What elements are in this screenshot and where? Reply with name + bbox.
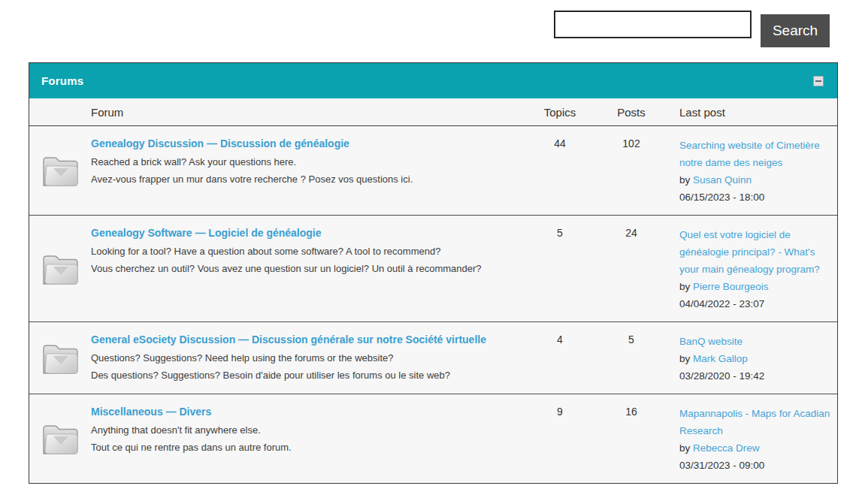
author-link[interactable]: Pierre Bourgeois [693,281,769,292]
column-header-last-post: Last post [668,106,837,119]
forum-description-en: Reached a brick wall? Ask your questions… [91,153,518,171]
search-bar: Search [554,11,830,47]
last-post-cell: Quel est votre logiciel de généalogie pr… [668,226,837,312]
last-post-cell: Mapannapolis - Maps for Acadian Research… [668,405,837,474]
by-label: by [679,174,690,186]
forum-description-fr: Avez-vous frapper un mur dans votre rech… [91,171,518,188]
search-button[interactable]: Search [761,14,830,47]
collapse-icon[interactable] [813,76,824,86]
forum-cell: Miscellaneous — Divers Anything that doe… [91,405,525,474]
column-header-topics: Topics [525,106,594,119]
author-link[interactable]: Susan Quinn [693,174,752,186]
forum-link[interactable]: Miscellaneous — Divers [91,406,211,418]
last-post-cell: Searching website of Cimetière notre dam… [668,137,837,206]
posts-count: 102 [594,137,668,206]
search-input[interactable] [554,11,752,38]
last-post-date: 03/28/2020 - 19:42 [679,367,836,385]
author-link[interactable]: Rebecca Drew [693,442,760,454]
folder-icon [29,226,91,312]
last-post-author-line: by Rebecca Drew [679,439,836,457]
forum-description-fr: Tout ce qui ne rentre pas dans un autre … [91,439,518,456]
panel-title: Forums [41,74,83,87]
last-post-date: 03/31/2023 - 09:00 [679,457,836,474]
posts-count: 16 [594,405,668,474]
forum-description-en: Looking for a tool? Have a question abou… [91,243,518,260]
column-header-forum: Forum [91,106,525,119]
forum-cell: General eSociety Discussion — Discussion… [91,333,525,385]
topics-count: 5 [525,226,594,312]
by-label: by [679,281,690,292]
forums-panel: Forums Forum Topics Posts Last post Gene… [29,62,838,484]
forum-link[interactable]: Genealogy Discussion — Discussion de gén… [91,137,349,149]
forum-description-en: Anything that doesn't fit anywhere else. [91,421,518,439]
forum-description-en: Questions? Suggestions? Need help using … [91,349,518,367]
forum-description-fr: Vous cherchez un outil? Vous avez une qu… [91,260,518,277]
topics-count: 4 [525,333,594,385]
folder-icon [29,333,91,385]
last-post-link[interactable]: Searching website of Cimetière notre dam… [679,140,820,168]
last-post-link[interactable]: BanQ website [679,336,743,347]
folder-icon [29,405,91,474]
last-post-date: 04/04/2022 - 23:07 [679,295,836,312]
forum-link[interactable]: General eSociety Discussion — Discussion… [91,333,486,346]
forum-cell: Genealogy Discussion — Discussion de gén… [91,137,525,206]
forum-cell: Genealogy Software — Logiciel de généalo… [91,226,525,312]
forums-panel-header: Forums [29,63,837,98]
posts-count: 24 [594,226,668,312]
folder-icon [29,137,91,206]
last-post-cell: BanQ website by Mark Gallop 03/28/2020 -… [668,333,837,385]
by-label: by [679,442,690,454]
forum-link[interactable]: Genealogy Software — Logiciel de généalo… [91,227,322,239]
last-post-link[interactable]: Mapannapolis - Maps for Acadian Research [679,408,830,436]
last-post-author-line: by Susan Quinn [679,171,836,189]
table-header-row: Forum Topics Posts Last post [29,98,837,126]
by-label: by [679,353,690,364]
forum-row: Genealogy Software — Logiciel de généalo… [29,215,837,321]
last-post-date: 06/15/2023 - 18:00 [679,189,836,206]
column-header-posts: Posts [594,106,668,119]
last-post-link[interactable]: Quel est votre logiciel de généalogie pr… [679,229,820,275]
topics-count: 9 [525,405,594,474]
forum-row: Miscellaneous — Divers Anything that doe… [29,394,837,483]
topics-count: 44 [525,137,594,206]
author-link[interactable]: Mark Gallop [693,353,748,364]
forum-row: General eSociety Discussion — Discussion… [29,321,837,394]
forum-description-fr: Des questions? Suggestions? Besoin d'aid… [91,367,518,384]
last-post-author-line: by Pierre Bourgeois [679,278,836,295]
posts-count: 5 [594,333,668,385]
forum-row: Genealogy Discussion — Discussion de gén… [29,126,837,215]
last-post-author-line: by Mark Gallop [679,350,836,367]
